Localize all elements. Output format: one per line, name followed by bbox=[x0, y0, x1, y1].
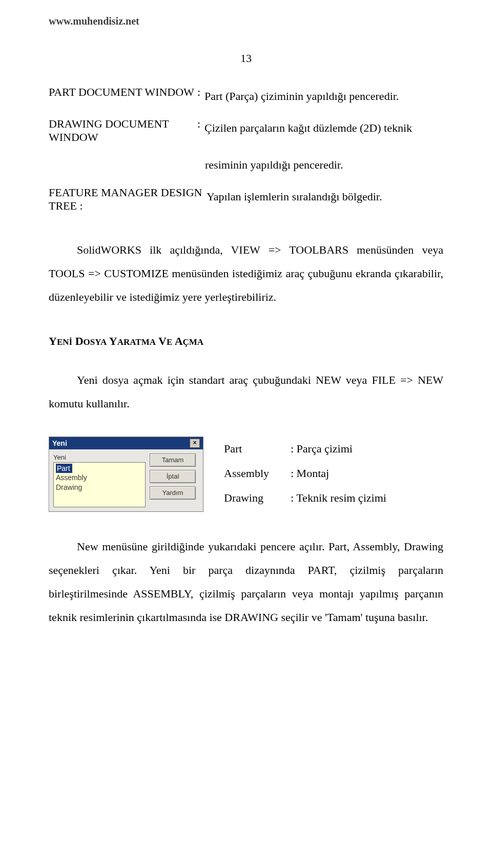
opt-term: Part bbox=[224, 437, 291, 461]
help-button[interactable]: Yardım bbox=[150, 486, 196, 500]
ok-button[interactable]: Tamam bbox=[150, 453, 196, 467]
opt-term: Drawing bbox=[224, 486, 291, 510]
paragraph-3: New menüsüne girildiğinde yukarıdaki pen… bbox=[49, 535, 443, 630]
def-row-part: PART DOCUMENT WINDOW : Part (Parça) çizi… bbox=[49, 86, 443, 107]
opt-drawing: Drawing : Teknik resim çizimi bbox=[224, 486, 386, 510]
opt-assembly: Assembly : Montaj bbox=[224, 461, 386, 486]
def-continuation: resiminin yapıldığı penceredir. bbox=[205, 154, 443, 176]
opt-term: Assembly bbox=[224, 461, 291, 486]
figure-section: Yeni × Yeni Part Assembly Drawing Tamam … bbox=[49, 437, 443, 512]
def-term: DRAWING DOCUMENT WINDOW bbox=[49, 117, 197, 144]
dialog-body: Yeni Part Assembly Drawing Tamam İptal Y… bbox=[49, 449, 203, 511]
paragraph-2: Yeni dosya açmak için standart araç çubu… bbox=[49, 368, 443, 416]
def-row-drawing: DRAWING DOCUMENT WINDOW : Çizilen parçal… bbox=[49, 117, 443, 144]
def-value: Part (Parça) çiziminin yapıldığı pencere… bbox=[204, 86, 443, 107]
opt-value: : Parça çizimi bbox=[291, 437, 386, 461]
site-url: www.muhendisiz.net bbox=[49, 15, 443, 27]
page-number: 13 bbox=[49, 52, 443, 65]
dialog-titlebar: Yeni × bbox=[49, 437, 203, 449]
new-dialog: Yeni × Yeni Part Assembly Drawing Tamam … bbox=[49, 437, 203, 512]
def-term: PART DOCUMENT WINDOW bbox=[49, 86, 197, 107]
opt-value: : Montaj bbox=[291, 461, 386, 486]
cancel-button[interactable]: İptal bbox=[150, 470, 196, 483]
def-value: Yapılan işlemlerin sıralandığı bölgedir. bbox=[207, 186, 443, 213]
opt-part: Part : Parça çizimi bbox=[224, 437, 386, 461]
dialog-listbox[interactable]: Part Assembly Drawing bbox=[53, 462, 146, 507]
dialog-list-group: Yeni Part Assembly Drawing bbox=[53, 453, 146, 507]
opt-value: : Teknik resim çizimi bbox=[291, 486, 386, 510]
def-term: FEATURE MANAGER DESIGN TREE : bbox=[49, 186, 207, 213]
def-sep: : bbox=[197, 86, 204, 107]
paragraph-1: SolidWORKS ilk açıldığında, VIEW => TOOL… bbox=[49, 238, 443, 309]
close-icon[interactable]: × bbox=[190, 439, 200, 448]
document-page: www.muhendisiz.net 13 PART DOCUMENT WIND… bbox=[0, 0, 492, 670]
list-option-drawing[interactable]: Drawing bbox=[56, 483, 82, 491]
list-option-assembly[interactable]: Assembly bbox=[56, 473, 87, 482]
def-value: Çizilen parçaların kağıt düzlemde (2D) t… bbox=[204, 117, 443, 144]
def-row-feature: FEATURE MANAGER DESIGN TREE : Yapılan iş… bbox=[49, 186, 443, 213]
dialog-title: Yeni bbox=[52, 439, 67, 447]
def-sep: : bbox=[197, 117, 204, 144]
section-title: YENİ DOSYA YARATMA VE AÇMA bbox=[49, 335, 443, 348]
dialog-buttons: Tamam İptal Yardım bbox=[150, 453, 196, 507]
dialog-list-label: Yeni bbox=[53, 453, 146, 461]
list-option-part[interactable]: Part bbox=[56, 464, 72, 473]
option-definitions: Part : Parça çizimi Assembly : Montaj Dr… bbox=[224, 437, 386, 511]
